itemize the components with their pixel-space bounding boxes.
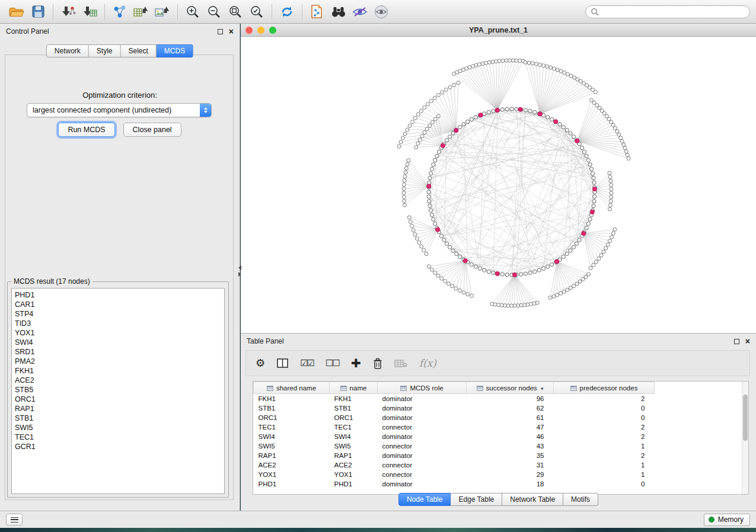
mcds-result-item[interactable]: ACE2 bbox=[15, 376, 224, 385]
table-cell: PHD1 bbox=[330, 479, 378, 489]
import-network-button[interactable] bbox=[58, 2, 79, 21]
table-scrollbar[interactable] bbox=[742, 382, 748, 494]
column-header-predecessor-nodes[interactable]: predecessor nodes bbox=[554, 382, 655, 394]
table-cell: connector bbox=[378, 422, 467, 432]
table-row[interactable]: SWI5SWI5connector431 bbox=[254, 441, 744, 451]
network-canvas[interactable] bbox=[241, 37, 756, 333]
mcds-result-list[interactable]: PHD1CAR1STP4TID3YOX1SWI4SRD1PMA2FKH1ACE2… bbox=[11, 288, 225, 494]
mcds-result-item[interactable]: CAR1 bbox=[15, 300, 224, 309]
memory-button[interactable]: Memory bbox=[704, 514, 750, 526]
mcds-result-item[interactable]: STB1 bbox=[15, 414, 224, 423]
export-table-button[interactable] bbox=[130, 2, 152, 21]
minimize-window-icon[interactable] bbox=[257, 27, 264, 34]
memory-label: Memory bbox=[718, 515, 744, 524]
chevron-down-icon[interactable]: ▾ bbox=[541, 386, 544, 392]
mcds-result-item[interactable]: GCR1 bbox=[15, 442, 224, 451]
float-panel-icon[interactable] bbox=[734, 339, 739, 344]
tab-style[interactable]: Style bbox=[89, 44, 121, 57]
run-mcds-button[interactable]: Run MCDS bbox=[58, 123, 114, 137]
mcds-result-item[interactable]: TID3 bbox=[15, 319, 224, 328]
table-cell: ORC1 bbox=[330, 413, 378, 422]
search-network-button[interactable] bbox=[328, 2, 349, 21]
mcds-result-item[interactable]: SWI4 bbox=[15, 338, 224, 347]
table-row[interactable]: PHD1PHD1dominator180 bbox=[254, 479, 744, 489]
zoom-selected-icon bbox=[250, 5, 264, 19]
float-panel-icon[interactable] bbox=[218, 29, 223, 34]
function-builder-button[interactable]: f(x) bbox=[419, 357, 436, 369]
show-panel-menu-button[interactable] bbox=[6, 514, 23, 525]
add-column-button[interactable]: ✚ bbox=[351, 356, 361, 370]
mcds-result-item[interactable]: SRD1 bbox=[15, 347, 224, 357]
table-row[interactable]: TEC1TEC1connector472 bbox=[254, 422, 744, 432]
zoom-selected-button[interactable] bbox=[246, 2, 267, 21]
table-mode-button[interactable] bbox=[277, 358, 288, 368]
scrollbar-thumb[interactable] bbox=[743, 395, 748, 441]
table-toolbar: ⚙ ☑☑ ☐☐ ✚ bbox=[245, 350, 750, 376]
table-row[interactable]: STB1STB1dominator620 bbox=[254, 403, 744, 413]
table-cell: 43 bbox=[467, 441, 554, 451]
table-row[interactable]: RAP1RAP1dominator352 bbox=[254, 451, 744, 460]
close-window-icon[interactable] bbox=[245, 27, 253, 34]
deselect-all-button[interactable]: ☐☐ bbox=[326, 358, 339, 368]
close-panel-icon[interactable]: × bbox=[745, 338, 750, 344]
network-view-window: YPA_prune.txt_1 bbox=[241, 24, 756, 333]
mcds-result-item[interactable]: PMA2 bbox=[15, 357, 224, 366]
zoom-in-button[interactable] bbox=[182, 2, 203, 21]
column-header-name[interactable]: name bbox=[330, 382, 378, 394]
table-row[interactable]: YOX1YOX1connector291 bbox=[254, 470, 744, 479]
mcds-result-item[interactable]: PHD1 bbox=[15, 290, 224, 300]
import-table-icon bbox=[82, 5, 97, 18]
mcds-result-item[interactable]: FKH1 bbox=[15, 366, 224, 376]
maximize-window-icon[interactable] bbox=[269, 27, 276, 34]
mcds-result-item[interactable]: SWI5 bbox=[15, 423, 224, 432]
mcds-result-item[interactable]: RAP1 bbox=[15, 404, 224, 414]
table-row[interactable]: ORC1ORC1dominator610 bbox=[254, 413, 744, 422]
search-input[interactable] bbox=[602, 8, 745, 16]
network-share-icon bbox=[113, 5, 127, 18]
close-panel-button[interactable]: Close panel bbox=[123, 123, 181, 137]
close-panel-icon[interactable]: × bbox=[229, 28, 234, 34]
column-header-mcds-role[interactable]: MCDS role bbox=[378, 382, 467, 394]
column-header-successor-nodes[interactable]: successor nodes▾ bbox=[467, 382, 554, 394]
tab-network-table[interactable]: Network Table bbox=[502, 493, 563, 506]
import-table-button[interactable] bbox=[79, 2, 100, 21]
column-type-icon bbox=[267, 386, 273, 391]
share-document-button[interactable] bbox=[307, 2, 328, 21]
hide-details-button[interactable] bbox=[349, 2, 371, 21]
delete-column-button[interactable] bbox=[373, 358, 382, 369]
mcds-result-item[interactable]: STP4 bbox=[15, 309, 224, 319]
mcds-result-item[interactable]: ORC1 bbox=[15, 395, 224, 404]
delete-table-button[interactable] bbox=[394, 359, 407, 368]
select-all-button[interactable]: ☑☑ bbox=[300, 358, 314, 368]
mcds-result-item[interactable]: STB5 bbox=[15, 385, 224, 395]
save-session-button[interactable] bbox=[27, 2, 49, 21]
refresh-view-button[interactable] bbox=[276, 2, 298, 21]
global-search-field[interactable] bbox=[585, 5, 750, 18]
table-row[interactable]: FKH1FKH1dominator962 bbox=[254, 394, 744, 403]
mcds-result-item[interactable]: YOX1 bbox=[15, 328, 224, 338]
zoom-fit-button[interactable] bbox=[225, 2, 246, 21]
open-file-button[interactable] bbox=[6, 2, 27, 21]
show-details-button[interactable] bbox=[371, 2, 392, 21]
optimization-criterion-select[interactable]: largest connected component (undirected) bbox=[27, 103, 212, 117]
zoom-out-icon bbox=[207, 5, 221, 19]
network-window-titlebar[interactable]: YPA_prune.txt_1 bbox=[241, 24, 756, 37]
zoom-out-button[interactable] bbox=[203, 2, 225, 21]
table-row[interactable]: SWI4SWI4dominator462 bbox=[254, 432, 744, 441]
tab-mcds[interactable]: MCDS bbox=[157, 44, 193, 57]
export-image-button[interactable] bbox=[152, 2, 173, 21]
new-network-button[interactable] bbox=[109, 2, 130, 21]
table-row[interactable]: ACE2ACE2connector311 bbox=[254, 460, 744, 470]
column-header-shared-name[interactable]: shared name bbox=[254, 382, 330, 394]
tab-network[interactable]: Network bbox=[46, 44, 89, 57]
tab-edge-table[interactable]: Edge Table bbox=[451, 493, 502, 506]
mcds-result-title: MCDS result (17 nodes) bbox=[11, 277, 92, 286]
panel-splitter-handle[interactable] bbox=[237, 265, 243, 278]
table-settings-button[interactable]: ⚙ bbox=[256, 357, 265, 370]
tab-select[interactable]: Select bbox=[121, 44, 157, 57]
mcds-result-item[interactable]: TEC1 bbox=[15, 432, 224, 442]
table-cell: 2 bbox=[554, 432, 655, 441]
table-cell: dominator bbox=[378, 394, 467, 403]
tab-node-table[interactable]: Node Table bbox=[398, 493, 451, 506]
tab-motifs[interactable]: Motifs bbox=[563, 493, 598, 506]
